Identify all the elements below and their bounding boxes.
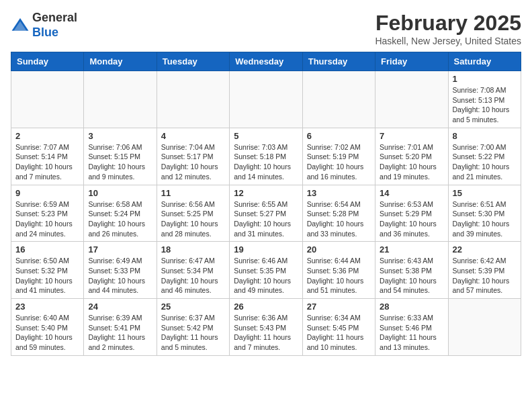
day-number: 3 — [88, 131, 152, 141]
day-number: 9 — [15, 188, 79, 198]
day-number: 11 — [161, 188, 225, 198]
calendar-cell: 12Sunrise: 6:55 AM Sunset: 5:27 PM Dayli… — [230, 185, 302, 242]
day-number: 19 — [234, 244, 298, 255]
weekday-header-tuesday: Tuesday — [157, 52, 229, 71]
day-number: 6 — [307, 131, 371, 141]
day-number: 12 — [234, 188, 298, 198]
day-number: 21 — [380, 244, 443, 255]
calendar-cell — [448, 299, 521, 356]
day-info: Sunrise: 6:36 AM Sunset: 5:43 PM Dayligh… — [234, 313, 298, 353]
calendar-cell — [157, 71, 229, 128]
calendar-cell — [375, 71, 448, 128]
day-info: Sunrise: 6:55 AM Sunset: 5:27 PM Dayligh… — [234, 199, 298, 239]
calendar-cell: 10Sunrise: 6:58 AM Sunset: 5:24 PM Dayli… — [84, 185, 157, 242]
day-number: 14 — [380, 188, 443, 198]
day-number: 25 — [161, 302, 225, 312]
calendar-cell — [84, 71, 157, 128]
calendar-cell: 8Sunrise: 7:00 AM Sunset: 5:22 PM Daylig… — [448, 128, 521, 185]
day-number: 7 — [380, 131, 443, 141]
day-number: 8 — [453, 131, 517, 141]
calendar-cell: 18Sunrise: 6:47 AM Sunset: 5:34 PM Dayli… — [157, 242, 229, 299]
calendar-cell: 14Sunrise: 6:53 AM Sunset: 5:29 PM Dayli… — [375, 185, 448, 242]
calendar-week-row: 2Sunrise: 7:07 AM Sunset: 5:14 PM Daylig… — [11, 128, 521, 185]
day-info: Sunrise: 6:33 AM Sunset: 5:46 PM Dayligh… — [380, 313, 443, 353]
calendar-cell — [302, 71, 375, 128]
calendar-cell: 24Sunrise: 6:39 AM Sunset: 5:41 PM Dayli… — [84, 299, 157, 356]
calendar-cell: 28Sunrise: 6:33 AM Sunset: 5:46 PM Dayli… — [375, 299, 448, 356]
weekday-header-thursday: Thursday — [302, 52, 375, 71]
day-number: 4 — [161, 131, 225, 141]
calendar-week-row: 9Sunrise: 6:59 AM Sunset: 5:23 PM Daylig… — [11, 185, 521, 242]
weekday-header-wednesday: Wednesday — [230, 52, 302, 71]
day-info: Sunrise: 7:00 AM Sunset: 5:22 PM Dayligh… — [453, 142, 517, 182]
calendar-cell: 5Sunrise: 7:03 AM Sunset: 5:18 PM Daylig… — [230, 128, 302, 185]
calendar-cell: 19Sunrise: 6:46 AM Sunset: 5:35 PM Dayli… — [230, 242, 302, 299]
calendar-cell: 23Sunrise: 6:40 AM Sunset: 5:40 PM Dayli… — [11, 299, 84, 356]
calendar-cell: 25Sunrise: 6:37 AM Sunset: 5:42 PM Dayli… — [157, 299, 229, 356]
day-info: Sunrise: 6:46 AM Sunset: 5:35 PM Dayligh… — [234, 256, 298, 295]
day-number: 1 — [453, 74, 517, 84]
weekday-header-friday: Friday — [375, 52, 448, 71]
day-info: Sunrise: 6:58 AM Sunset: 5:24 PM Dayligh… — [88, 199, 152, 239]
day-info: Sunrise: 7:03 AM Sunset: 5:18 PM Dayligh… — [234, 142, 298, 182]
weekday-header-row: SundayMondayTuesdayWednesdayThursdayFrid… — [11, 52, 521, 71]
day-info: Sunrise: 6:44 AM Sunset: 5:36 PM Dayligh… — [307, 256, 371, 295]
header: General Blue February 2025 Haskell, New … — [11, 11, 521, 46]
calendar-cell: 13Sunrise: 6:54 AM Sunset: 5:28 PM Dayli… — [302, 185, 375, 242]
day-number: 5 — [234, 131, 298, 141]
day-info: Sunrise: 6:43 AM Sunset: 5:38 PM Dayligh… — [380, 256, 443, 295]
calendar-table: SundayMondayTuesdayWednesdayThursdayFrid… — [11, 52, 521, 356]
logo-icon — [11, 16, 30, 35]
calendar-cell: 1Sunrise: 7:08 AM Sunset: 5:13 PM Daylig… — [448, 71, 521, 128]
calendar-cell: 3Sunrise: 7:06 AM Sunset: 5:15 PM Daylig… — [84, 128, 157, 185]
day-info: Sunrise: 7:02 AM Sunset: 5:19 PM Dayligh… — [307, 142, 371, 182]
calendar-cell — [230, 71, 302, 128]
day-info: Sunrise: 7:07 AM Sunset: 5:14 PM Dayligh… — [15, 142, 79, 182]
day-info: Sunrise: 6:40 AM Sunset: 5:40 PM Dayligh… — [15, 313, 79, 353]
day-number: 24 — [88, 302, 152, 312]
day-number: 13 — [307, 188, 371, 198]
day-info: Sunrise: 6:47 AM Sunset: 5:34 PM Dayligh… — [161, 256, 225, 295]
day-info: Sunrise: 6:51 AM Sunset: 5:30 PM Dayligh… — [453, 199, 517, 239]
day-info: Sunrise: 6:37 AM Sunset: 5:42 PM Dayligh… — [161, 313, 225, 353]
calendar-cell: 2Sunrise: 7:07 AM Sunset: 5:14 PM Daylig… — [11, 128, 84, 185]
calendar-cell: 16Sunrise: 6:50 AM Sunset: 5:32 PM Dayli… — [11, 242, 84, 299]
day-number: 10 — [88, 188, 152, 198]
day-number: 18 — [161, 244, 225, 255]
calendar-cell: 6Sunrise: 7:02 AM Sunset: 5:19 PM Daylig… — [302, 128, 375, 185]
calendar-cell: 9Sunrise: 6:59 AM Sunset: 5:23 PM Daylig… — [11, 185, 84, 242]
day-number: 26 — [234, 302, 298, 312]
day-info: Sunrise: 7:08 AM Sunset: 5:13 PM Dayligh… — [453, 85, 517, 125]
day-info: Sunrise: 6:49 AM Sunset: 5:33 PM Dayligh… — [88, 256, 152, 295]
day-number: 22 — [453, 244, 517, 255]
day-info: Sunrise: 6:39 AM Sunset: 5:41 PM Dayligh… — [88, 313, 152, 353]
day-info: Sunrise: 6:53 AM Sunset: 5:29 PM Dayligh… — [380, 199, 443, 239]
calendar-cell: 26Sunrise: 6:36 AM Sunset: 5:43 PM Dayli… — [230, 299, 302, 356]
day-number: 20 — [307, 244, 371, 255]
weekday-header-saturday: Saturday — [448, 52, 521, 71]
day-number: 16 — [15, 244, 79, 255]
calendar-cell: 7Sunrise: 7:01 AM Sunset: 5:20 PM Daylig… — [375, 128, 448, 185]
calendar-cell: 17Sunrise: 6:49 AM Sunset: 5:33 PM Dayli… — [84, 242, 157, 299]
day-info: Sunrise: 6:59 AM Sunset: 5:23 PM Dayligh… — [15, 199, 79, 239]
day-info: Sunrise: 6:42 AM Sunset: 5:39 PM Dayligh… — [453, 256, 517, 295]
day-info: Sunrise: 6:54 AM Sunset: 5:28 PM Dayligh… — [307, 199, 371, 239]
day-info: Sunrise: 7:01 AM Sunset: 5:20 PM Dayligh… — [380, 142, 443, 182]
title-area: February 2025 Haskell, New Jersey, Unite… — [375, 11, 521, 46]
day-number: 27 — [307, 302, 371, 312]
calendar-cell: 20Sunrise: 6:44 AM Sunset: 5:36 PM Dayli… — [302, 242, 375, 299]
logo-text: General Blue — [32, 11, 77, 40]
day-info: Sunrise: 7:04 AM Sunset: 5:17 PM Dayligh… — [161, 142, 225, 182]
day-number: 15 — [453, 188, 517, 198]
month-title: February 2025 — [375, 11, 521, 36]
weekday-header-monday: Monday — [84, 52, 157, 71]
calendar-cell: 11Sunrise: 6:56 AM Sunset: 5:25 PM Dayli… — [157, 185, 229, 242]
location: Haskell, New Jersey, United States — [375, 36, 521, 46]
calendar-cell: 4Sunrise: 7:04 AM Sunset: 5:17 PM Daylig… — [157, 128, 229, 185]
logo-blue: Blue — [32, 26, 77, 40]
day-info: Sunrise: 6:34 AM Sunset: 5:45 PM Dayligh… — [307, 313, 371, 353]
weekday-header-sunday: Sunday — [11, 52, 84, 71]
calendar-week-row: 16Sunrise: 6:50 AM Sunset: 5:32 PM Dayli… — [11, 242, 521, 299]
calendar-cell: 15Sunrise: 6:51 AM Sunset: 5:30 PM Dayli… — [448, 185, 521, 242]
day-number: 23 — [15, 302, 79, 312]
